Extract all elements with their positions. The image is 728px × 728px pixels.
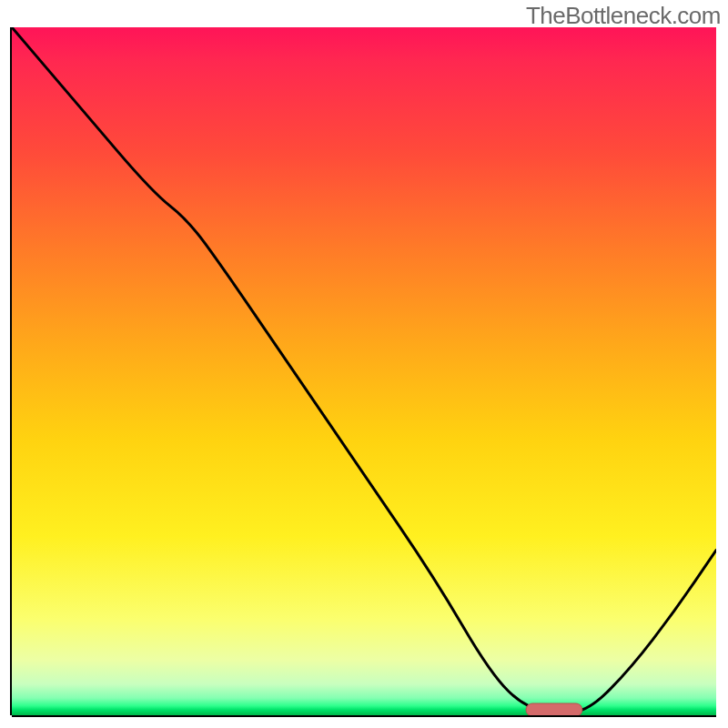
optimal-range-marker: [526, 703, 582, 715]
x-axis: [12, 715, 716, 717]
chart-container: TheBottleneck.com: [0, 0, 728, 728]
chart-svg: [12, 27, 716, 715]
watermark-text: TheBottleneck.com: [526, 2, 721, 30]
bottleneck-curve: [12, 27, 716, 712]
plot-area: [12, 27, 716, 715]
